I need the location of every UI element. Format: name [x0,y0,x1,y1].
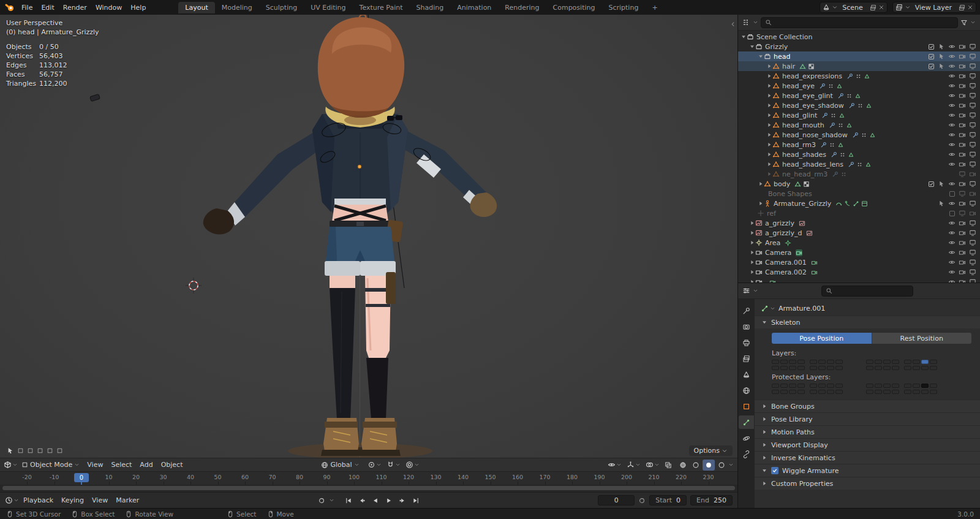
chevron-down-icon[interactable] [329,498,334,503]
new-view-layer-selector-icon[interactable] [959,4,965,11]
properties-tab-world[interactable] [739,384,754,397]
layer-toggle[interactable] [892,360,899,364]
jump-to-prev-keyframe-button[interactable] [356,495,369,506]
properties-tab-physics[interactable] [739,431,754,445]
hide-eye-icon[interactable] [948,278,956,282]
disable-render-icon[interactable] [959,268,966,276]
protected-layer-toggle[interactable] [883,384,891,388]
playback-menu-keying[interactable]: Keying [58,495,88,506]
play-button[interactable] [383,495,396,506]
outliner-row-a-grizzly-d[interactable]: a_grizzly_d [738,228,980,238]
selectable-icon[interactable] [938,63,945,70]
shading-material-button[interactable] [703,460,715,471]
tri-icon[interactable] [865,161,872,168]
properties-tab-output[interactable] [739,336,754,349]
disable-render-icon[interactable] [969,190,976,197]
disable-viewport-icon[interactable] [969,121,976,129]
chevron-down-icon[interactable] [616,462,622,468]
layer-toggle[interactable] [930,360,937,364]
scene-selector[interactable]: Scene [820,2,888,13]
hide-eye-icon[interactable] [948,112,956,119]
disable-render-icon[interactable] [959,92,966,99]
grid-icon[interactable] [839,151,846,158]
outliner-row-head-eye-shadow[interactable]: head_eye_shadow [738,100,980,110]
enable-checkbox[interactable] [771,467,778,474]
protected-layer-toggle[interactable] [904,384,911,388]
protected-layer-toggle[interactable] [875,390,882,394]
select-mode-extend-icon[interactable] [27,447,34,454]
disclosure-closed-icon[interactable] [766,142,772,148]
tri-icon[interactable] [839,112,845,119]
outliner-row-grizzly[interactable]: Grizzly [738,42,980,51]
disable-viewport-icon[interactable] [969,102,976,109]
chevron-down-icon[interactable] [414,462,420,468]
layer-toggle[interactable] [818,360,826,364]
disable-viewport-icon[interactable] [959,190,966,197]
sidebar-toggle-icon[interactable] [729,21,736,28]
motion-icon[interactable] [835,200,842,207]
skeleton-panel-header[interactable]: Skeleton [755,316,980,328]
workspace-tab-uv-editing[interactable]: UV Editing [304,2,352,13]
options-dropdown[interactable]: Options [689,445,733,456]
grid-icon[interactable] [846,93,853,99]
exclude-checkbox-icon[interactable] [949,191,956,197]
hide-eye-icon[interactable] [948,180,956,188]
chevron-down-icon[interactable] [753,288,758,294]
chevron-down-icon[interactable] [635,462,641,468]
protected-layer-toggle[interactable] [883,390,891,394]
tri-icon[interactable] [848,151,854,158]
disable-viewport-icon[interactable] [969,112,976,119]
selectable-icon[interactable] [938,43,945,50]
timeline-editor-type-icon[interactable] [5,496,13,504]
layer-toggle[interactable] [797,360,805,364]
tri-icon[interactable] [846,122,853,129]
play-reverse-button[interactable] [369,495,382,506]
disable-render-icon[interactable] [959,219,966,227]
disable-viewport-icon[interactable] [969,278,976,282]
viewport-menu-add[interactable]: Add [136,460,156,470]
protected-layer-toggle[interactable] [827,384,834,388]
exclude-checkbox-icon[interactable] [928,53,935,60]
protected-layer-toggle[interactable] [921,384,929,388]
disable-render-icon[interactable] [959,151,966,158]
section-viewport-display[interactable]: Viewport Display [755,438,980,451]
protected-layer-toggle[interactable] [913,390,920,394]
wrench-icon[interactable] [831,151,837,158]
outliner-row-ref[interactable]: ref [738,208,980,218]
hide-eye-icon[interactable] [948,229,956,237]
outliner-row-camera-002[interactable]: Camera.002 [738,267,980,277]
menu-render[interactable]: Render [59,2,91,13]
outliner-row-head-eye[interactable]: head_eye [738,81,980,91]
add-workspace-button[interactable]: + [645,2,664,13]
disclosure-closed-icon[interactable] [766,161,772,167]
disclosure-closed-icon[interactable] [758,181,764,187]
outliner-row-area[interactable]: Area [738,238,980,248]
disable-viewport-icon[interactable] [969,239,976,246]
disclosure-closed-icon[interactable] [749,240,755,246]
outliner-row-scene-collection[interactable]: Scene Collection [738,32,980,42]
camera-data-icon[interactable] [769,279,776,283]
chevron-down-icon[interactable] [13,498,19,503]
protected-layer-toggle[interactable] [835,384,843,388]
viewport-menu-object[interactable]: Object [157,460,187,470]
editor-type-icon[interactable] [4,461,12,469]
layer-toggle[interactable] [818,366,826,370]
outliner-row-a-grizzly[interactable]: a_grizzly [738,218,980,228]
texture-icon[interactable] [808,63,815,70]
disclosure-closed-icon[interactable] [766,102,772,108]
disable-render-icon[interactable] [959,180,966,188]
grid-icon[interactable] [830,112,837,119]
section-bone-groups[interactable]: Bone Groups [755,400,980,412]
workspace-tab-sculpting[interactable]: Sculpting [259,2,304,13]
outliner-row-head-expressions[interactable]: head_expressions [738,71,980,81]
section-wiggle-armature[interactable]: Wiggle Armature [755,464,980,477]
protected-layer-toggle[interactable] [810,384,817,388]
mesh-data-icon[interactable] [794,181,801,188]
outliner-row-item[interactable] [738,277,980,282]
outliner-row-body[interactable]: body [738,179,980,189]
hide-eye-icon[interactable] [948,43,956,50]
disclosure-closed-icon[interactable] [766,112,772,118]
wrench-icon[interactable] [832,171,839,178]
hide-eye-icon[interactable] [948,239,956,246]
protected-layer-toggle[interactable] [780,384,788,388]
